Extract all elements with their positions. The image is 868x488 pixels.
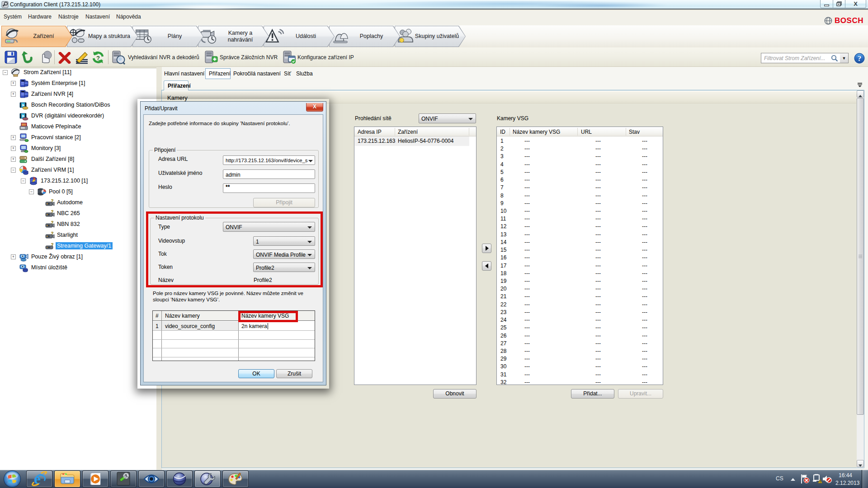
svg-text:?: ? xyxy=(51,231,54,235)
svg-text:?: ? xyxy=(51,198,54,203)
svg-text:?: ? xyxy=(51,242,54,247)
svg-text:?: ? xyxy=(858,54,862,63)
svg-text:?: ? xyxy=(96,55,100,61)
svg-text:?: ? xyxy=(51,209,54,214)
svg-text:?: ? xyxy=(51,220,54,225)
